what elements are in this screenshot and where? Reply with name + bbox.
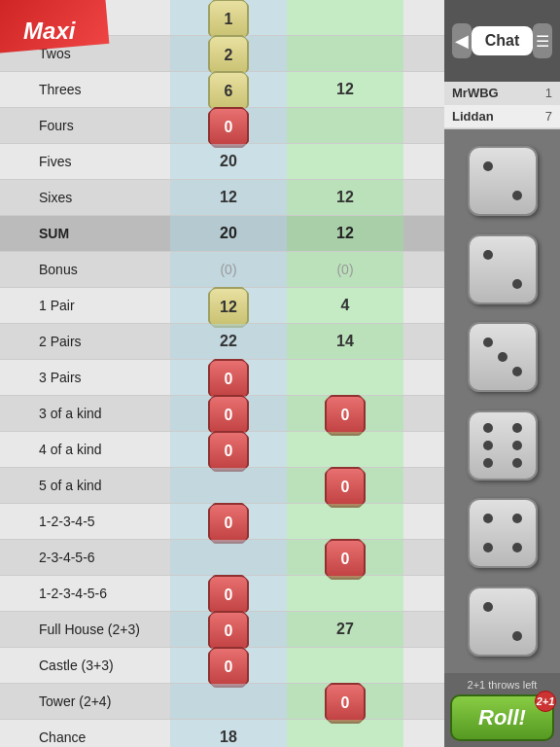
col-player1[interactable]: 12 xyxy=(170,288,287,323)
col-player1[interactable]: 6 xyxy=(170,72,287,107)
col-player2[interactable]: 12 xyxy=(287,216,403,251)
col-player2[interactable] xyxy=(287,576,403,611)
col-player1[interactable]: 20 xyxy=(170,144,287,179)
die[interactable] xyxy=(468,410,538,480)
row-label: 2-3-4-5-6 xyxy=(0,550,170,565)
col-player2[interactable] xyxy=(287,648,403,683)
score-row[interactable]: Chance18 xyxy=(0,720,444,747)
col-player2[interactable]: 4 xyxy=(287,288,403,323)
tile-red[interactable]: 0 xyxy=(208,503,249,544)
tile-red[interactable]: 0 xyxy=(325,539,366,580)
col-player2[interactable] xyxy=(287,720,403,747)
tile-yellow[interactable]: 2 xyxy=(208,35,249,76)
col-player2[interactable] xyxy=(287,108,403,143)
score-row[interactable]: Fours0 xyxy=(0,108,444,144)
score-row[interactable]: Threes612 xyxy=(0,72,444,108)
tile-red[interactable]: 0 xyxy=(208,575,249,616)
tile-red[interactable]: 0 xyxy=(208,359,249,400)
right-panel: ◀ Chat ☰ MrWBG1Liddan7 2+1 throws left R… xyxy=(444,0,560,747)
score-row[interactable]: 1-2-3-4-5-60 xyxy=(0,576,444,612)
tile-red[interactable]: 0 xyxy=(208,107,249,148)
row-label: Fours xyxy=(0,118,170,133)
tile-red[interactable]: 0 xyxy=(325,467,366,508)
score-row[interactable]: Full House (2+3)027 xyxy=(0,612,444,648)
score-row[interactable]: SUM2012 xyxy=(0,216,444,252)
roll-badge: 2+1 xyxy=(535,691,556,712)
col-player1[interactable]: 0 xyxy=(170,504,287,539)
plain-score: 4 xyxy=(341,297,350,314)
score-table: Ones1Twos2Threes612Fours0Fives20Sixes121… xyxy=(0,0,444,747)
chat-button[interactable]: Chat xyxy=(472,26,534,55)
score-row[interactable]: Bonus(0)(0) xyxy=(0,252,444,288)
col-player1[interactable]: 12 xyxy=(170,180,287,215)
score-row[interactable]: 5 of a kind0 xyxy=(0,468,444,504)
tile-red[interactable]: 0 xyxy=(208,647,249,688)
score-row[interactable]: Castle (3+3)0 xyxy=(0,648,444,684)
col-player1[interactable] xyxy=(170,468,287,503)
col-player1[interactable]: 0 xyxy=(170,576,287,611)
col-player1[interactable]: 0 xyxy=(170,612,287,647)
die[interactable] xyxy=(468,146,538,216)
tile-red[interactable]: 0 xyxy=(208,431,249,472)
die[interactable] xyxy=(468,498,538,568)
score-row[interactable]: 1 Pair124 xyxy=(0,288,444,324)
col-player2[interactable] xyxy=(287,0,403,35)
col-player2[interactable]: 0 xyxy=(287,468,403,503)
col-player2[interactable]: (0) xyxy=(287,252,403,287)
row-label: 3 of a kind xyxy=(0,406,170,421)
col-player2[interactable] xyxy=(287,360,403,395)
players-section: MrWBG1Liddan7 xyxy=(444,82,560,129)
col-player1[interactable]: 0 xyxy=(170,396,287,431)
die[interactable] xyxy=(468,587,538,657)
col-player2[interactable]: 12 xyxy=(287,72,403,107)
col-player2[interactable] xyxy=(287,432,403,467)
col-player1[interactable]: 0 xyxy=(170,648,287,683)
score-row[interactable]: 2 Pairs2214 xyxy=(0,324,444,360)
col-player1[interactable]: 22 xyxy=(170,324,287,359)
col-player2[interactable]: 0 xyxy=(287,540,403,575)
col-player2[interactable]: 12 xyxy=(287,180,403,215)
col-player1[interactable]: 18 xyxy=(170,720,287,747)
col-player1[interactable]: 0 xyxy=(170,432,287,467)
score-row[interactable]: 4 of a kind0 xyxy=(0,432,444,468)
score-row[interactable]: 3 Pairs0 xyxy=(0,360,444,396)
score-row[interactable]: 3 of a kind00 xyxy=(0,396,444,432)
roll-button[interactable]: Roll! 2+1 xyxy=(450,694,554,741)
tile-yellow[interactable]: 1 xyxy=(208,0,249,40)
tile-red[interactable]: 0 xyxy=(208,611,249,652)
score-row[interactable]: 2-3-4-5-60 xyxy=(0,540,444,576)
col-player2[interactable]: 0 xyxy=(287,396,403,431)
col-player1[interactable]: 1 xyxy=(170,0,287,35)
plain-score: 12 xyxy=(336,81,354,98)
col-player2[interactable] xyxy=(287,144,403,179)
col-player2[interactable]: 27 xyxy=(287,612,403,647)
player-name: MrWBG xyxy=(452,86,499,100)
tile-yellow[interactable]: 6 xyxy=(208,71,249,112)
die-dot xyxy=(512,458,522,468)
tile-red[interactable]: 0 xyxy=(325,395,366,436)
tile-red[interactable]: 0 xyxy=(325,683,366,724)
tile-yellow[interactable]: 12 xyxy=(208,287,249,328)
die[interactable] xyxy=(468,322,538,392)
col-player2[interactable] xyxy=(287,36,403,71)
col-player1[interactable] xyxy=(170,540,287,575)
row-label: 3 Pairs xyxy=(0,370,170,385)
col-player2[interactable]: 14 xyxy=(287,324,403,359)
score-row[interactable]: Fives20 xyxy=(0,144,444,180)
col-player1[interactable]: 0 xyxy=(170,360,287,395)
back-button[interactable]: ◀ xyxy=(452,23,472,58)
col-player2[interactable]: 0 xyxy=(287,684,403,719)
player-score: 1 xyxy=(545,86,552,100)
col-player1[interactable]: 2 xyxy=(170,36,287,71)
col-player1[interactable]: (0) xyxy=(170,252,287,287)
menu-button[interactable]: ☰ xyxy=(533,23,552,58)
col-player1[interactable]: 0 xyxy=(170,108,287,143)
col-player1[interactable] xyxy=(170,684,287,719)
score-row[interactable]: 1-2-3-4-50 xyxy=(0,504,444,540)
tile-red[interactable]: 0 xyxy=(208,395,249,436)
col-player1[interactable]: 20 xyxy=(170,216,287,251)
score-row[interactable]: Tower (2+4)0 xyxy=(0,684,444,720)
die[interactable] xyxy=(468,234,538,304)
col-player2[interactable] xyxy=(287,504,403,539)
score-row[interactable]: Sixes1212 xyxy=(0,180,444,216)
